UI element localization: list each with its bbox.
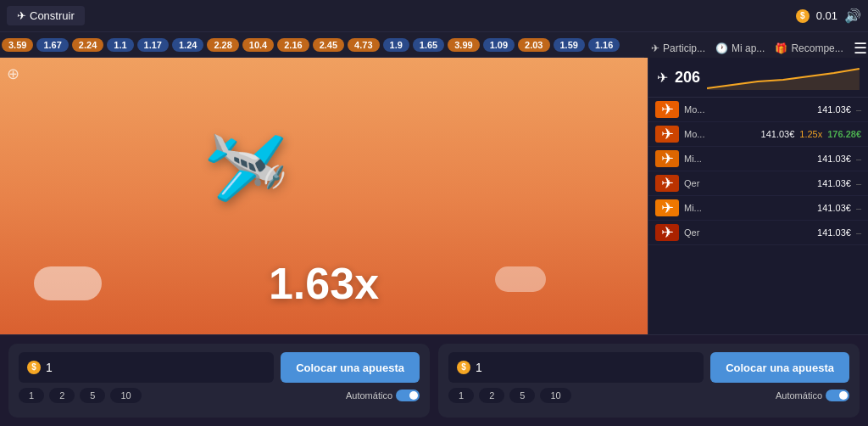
auto-label: Automático (346, 390, 420, 401)
history-badge: 1.24 (172, 38, 203, 52)
sound-icon[interactable]: 🔊 (844, 8, 861, 24)
history-badge: 1.9 (383, 38, 409, 52)
bet-username: Mi... (684, 203, 812, 213)
bet-row: ✈ Mo... 141.03€ 1.25x 176.28€ (648, 122, 868, 147)
bet-dash: – (856, 104, 861, 115)
bet-value: 1 (46, 361, 53, 374)
history-badge: 4.73 (348, 38, 379, 52)
bottom-controls: $ 1 Colocar una apuesta 12510 Automático… (0, 334, 868, 426)
history-badge: 3.99 (448, 38, 479, 52)
main-layout: ⊕ 🛩️ 1.63x ✈ 206 ✈ Mo... 141.03€ – ✈ Mo.… (0, 58, 868, 334)
bet-quick-row: 12510 Automático (448, 388, 849, 403)
place-bet-button[interactable]: Colocar una apuesta (710, 352, 849, 383)
auto-toggle[interactable] (396, 390, 420, 401)
place-bet-button[interactable]: Colocar una apuesta (281, 352, 420, 383)
tab-label: Particip... (663, 42, 705, 54)
history-badge: 1.16 (588, 38, 620, 52)
coin-icon: $ (457, 361, 470, 374)
history-badge: 2.45 (313, 38, 344, 52)
plane-small-icon: ✈ (657, 70, 668, 86)
tab-icon: 🎁 (775, 42, 787, 54)
bet-amount: 141.03€ (817, 104, 851, 115)
quick-btn-2[interactable]: 2 (49, 388, 75, 403)
auto-toggle[interactable] (826, 390, 849, 401)
bet-avatar: ✈ (655, 126, 679, 143)
bet-avatar: ✈ (655, 224, 679, 241)
history-badge: 1.1 (107, 38, 133, 52)
multiplier-display: 1.63x (269, 258, 379, 309)
bet-list: ✈ Mo... 141.03€ – ✈ Mo... 141.03€ 1.25x … (648, 98, 868, 334)
right-nav-tab[interactable]: 🕐Mi ap... (715, 42, 765, 54)
auto-text: Automático (346, 390, 392, 401)
history-badge: 3.59 (2, 38, 33, 52)
hamburger-menu[interactable]: ☰ (854, 39, 867, 58)
tab-icon: ✈ (651, 42, 659, 54)
bet-avatar: ✈ (655, 199, 679, 216)
bet-win: 176.28€ (827, 129, 861, 139)
right-panel-header: ✈ 206 (648, 58, 868, 98)
bet-dash: – (856, 178, 861, 188)
cloud-left (34, 266, 102, 300)
bet-amount: 141.03€ (761, 129, 795, 139)
move-icon[interactable]: ⊕ (7, 64, 19, 83)
history-badge: 1.67 (36, 38, 68, 52)
coin-icon: $ (27, 361, 41, 374)
bet-quick-row: 12510 Automático (19, 388, 420, 403)
tab-label: Recompe... (791, 42, 843, 54)
auto-label: Automático (776, 390, 849, 401)
airplane-display: 🛩️ (203, 128, 288, 208)
right-nav-tab[interactable]: ✈Particip... (651, 42, 705, 54)
bet-row: ✈ Mi... 141.03€ – (648, 196, 868, 221)
quick-btn-10[interactable]: 10 (110, 388, 141, 403)
bet-row: ✈ Mo... 141.03€ – (648, 98, 868, 122)
bet-row: ✈ Mi... 141.03€ – (648, 147, 868, 171)
bet-panel-2: $ 1 Colocar una apuesta 12510 Automático (438, 344, 860, 418)
plane-icon: ✈ (17, 9, 26, 22)
right-panel: ✈ 206 ✈ Mo... 141.03€ – ✈ Mo... 141.03€ … (648, 58, 868, 334)
bet-row: ✈ Qer 141.03€ – (648, 171, 868, 196)
quick-btn-5[interactable]: 5 (509, 388, 535, 403)
bet-input-box[interactable]: $ 1 (19, 352, 274, 383)
history-badge: 1.17 (137, 38, 169, 52)
coin-badge: $ (796, 9, 810, 23)
bet-amount: 141.03€ (817, 227, 851, 238)
mini-chart (707, 64, 860, 90)
tab-icon: 🕐 (715, 42, 728, 54)
bet-avatar: ✈ (655, 150, 679, 167)
auto-text: Automático (776, 390, 822, 401)
bet-username: Mi... (684, 154, 812, 164)
bet-row: ✈ Qer 141.03€ – (648, 221, 868, 245)
cloud-right (495, 266, 546, 292)
history-badge: 1.09 (483, 38, 515, 52)
quick-btn-10[interactable]: 10 (540, 388, 570, 403)
bet-amount: 141.03€ (817, 203, 851, 213)
bet-username: Mo... (684, 104, 812, 115)
bet-dash: – (856, 203, 861, 213)
quick-btn-2[interactable]: 2 (479, 388, 504, 403)
quick-btn-1[interactable]: 1 (19, 388, 44, 403)
top-bar: ✈ Construir $ 0.01 🔊 (0, 0, 868, 32)
quick-btn-5[interactable]: 5 (80, 388, 105, 403)
history-strip: 3.591.672.241.11.171.242.2810.42.162.454… (0, 32, 644, 58)
bet-value: 1 (476, 361, 482, 374)
tab-label: Mi ap... (732, 42, 765, 54)
bet-amount: 141.03€ (817, 178, 851, 188)
history-badge: 10.4 (242, 38, 274, 52)
flight-count: 206 (675, 69, 700, 87)
bet-input-box[interactable]: $ 1 (448, 352, 704, 383)
game-area: ⊕ 🛩️ 1.63x (0, 58, 648, 334)
build-button[interactable]: ✈ Construir (7, 6, 85, 25)
history-badge: 2.16 (277, 38, 309, 52)
bet-username: Mo... (684, 129, 756, 139)
bet-panel-top: $ 1 Colocar una apuesta (19, 352, 420, 383)
bet-panel-1: $ 1 Colocar una apuesta 12510 Automático (8, 344, 430, 418)
bet-username: Qer (684, 178, 812, 188)
bet-multiplier: 1.25x (799, 129, 822, 139)
bet-username: Qer (684, 227, 812, 238)
history-badge: 1.65 (413, 38, 444, 52)
right-nav-tab[interactable]: 🎁Recompe... (775, 42, 843, 54)
bet-dash: – (856, 227, 861, 238)
quick-btn-1[interactable]: 1 (448, 388, 474, 403)
coin-value: 0.01 (816, 9, 837, 22)
strip-row: 3.591.672.241.11.171.242.2810.42.162.454… (0, 32, 868, 58)
